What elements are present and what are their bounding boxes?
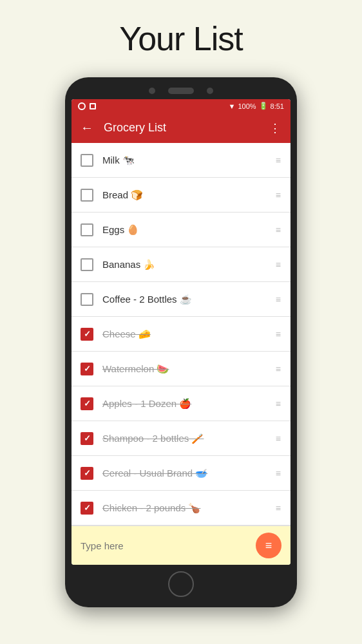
overflow-menu-button[interactable]: ⋮ [269, 121, 281, 135]
back-button[interactable]: ← [81, 120, 93, 135]
list-item: Bread 🍞≡ [71, 178, 291, 213]
item-label: Eggs 🥚 [102, 224, 269, 236]
item-label: Cereal - Usual Brand 🥣 [102, 468, 269, 479]
drag-handle-icon[interactable]: ≡ [276, 225, 281, 235]
list-item: Milk 🐄≡ [71, 143, 291, 178]
item-checkbox[interactable] [81, 467, 93, 480]
drag-handle-icon[interactable]: ≡ [276, 294, 281, 305]
list-item: Coffee - 2 Bottles ☕≡ [71, 282, 291, 317]
item-checkbox[interactable] [81, 328, 93, 341]
item-label: Shampoo - 2 bottles 🪥 [102, 433, 269, 444]
item-checkbox[interactable] [81, 432, 93, 445]
app-bar-title: Grocery List [104, 121, 269, 135]
item-checkbox[interactable] [81, 502, 93, 515]
camera-dot [149, 88, 155, 94]
item-checkbox[interactable] [81, 189, 93, 202]
item-label: Bananas 🍌 [102, 259, 269, 270]
grocery-list: Milk 🐄≡Bread 🍞≡Eggs 🥚≡Bananas 🍌≡Coffee -… [71, 143, 291, 526]
type-input[interactable] [81, 540, 256, 551]
time: 8:51 [271, 102, 284, 110]
list-item: Eggs 🥚≡ [71, 213, 291, 247]
item-label: Watermelon 🍉 [102, 363, 269, 375]
item-label: Chicken - 2 pounds 🍗 [102, 502, 269, 514]
list-item: Watermelon 🍉≡ [71, 352, 291, 386]
item-checkbox[interactable] [81, 223, 93, 236]
list-item: Shampoo - 2 bottles 🪥≡ [71, 421, 291, 456]
mic-button[interactable]: ≡ [256, 533, 281, 558]
mic-icon: ≡ [265, 539, 272, 553]
drag-handle-icon[interactable]: ≡ [276, 399, 281, 409]
phone-home-bar [71, 571, 291, 597]
status-bar: ▼ 100% 🔋 8:51 [71, 99, 291, 113]
phone-camera-row [71, 88, 291, 94]
item-checkbox[interactable] [81, 258, 93, 271]
input-area: ≡ [71, 526, 291, 565]
home-button[interactable] [168, 571, 194, 597]
data-icon [90, 103, 96, 109]
camera-dot-right [207, 88, 213, 94]
signal-strength: ▼ [229, 102, 236, 110]
list-item: Bananas 🍌≡ [71, 247, 291, 282]
status-right: ▼ 100% 🔋 8:51 [229, 102, 284, 110]
item-checkbox[interactable] [81, 363, 93, 375]
item-checkbox[interactable] [81, 293, 93, 306]
phone-frame: ▼ 100% 🔋 8:51 ← Grocery List ⋮ Milk 🐄≡Br… [65, 77, 297, 607]
page-title: Your List [119, 19, 242, 58]
item-checkbox[interactable] [81, 397, 93, 410]
item-label: Cheese 🧀 [102, 328, 269, 340]
speaker [168, 88, 194, 94]
list-item: Apples - 1 Dozen 🍎≡ [71, 386, 291, 421]
drag-handle-icon[interactable]: ≡ [276, 433, 281, 444]
drag-handle-icon[interactable]: ≡ [276, 190, 281, 200]
signal-icon [78, 102, 86, 110]
item-label: Apples - 1 Dozen 🍎 [102, 398, 269, 410]
drag-handle-icon[interactable]: ≡ [276, 503, 281, 513]
list-item: Cheese 🧀≡ [71, 317, 291, 352]
item-label: Milk 🐄 [102, 155, 269, 166]
drag-handle-icon[interactable]: ≡ [276, 468, 281, 478]
drag-handle-icon[interactable]: ≡ [276, 260, 281, 270]
drag-handle-icon[interactable]: ≡ [276, 155, 281, 166]
item-label: Coffee - 2 Bottles ☕ [102, 294, 269, 305]
battery-icon: 🔋 [259, 102, 268, 110]
list-item: Chicken - 2 pounds 🍗≡ [71, 491, 291, 526]
app-bar: ← Grocery List ⋮ [71, 113, 291, 143]
status-left [78, 102, 96, 110]
item-label: Bread 🍞 [102, 189, 269, 201]
drag-handle-icon[interactable]: ≡ [276, 364, 281, 374]
battery-percent: 100% [238, 102, 256, 110]
list-item: Cereal - Usual Brand 🥣≡ [71, 456, 291, 491]
drag-handle-icon[interactable]: ≡ [276, 329, 281, 339]
phone-screen: ▼ 100% 🔋 8:51 ← Grocery List ⋮ Milk 🐄≡Br… [71, 99, 291, 565]
item-checkbox[interactable] [81, 154, 93, 167]
